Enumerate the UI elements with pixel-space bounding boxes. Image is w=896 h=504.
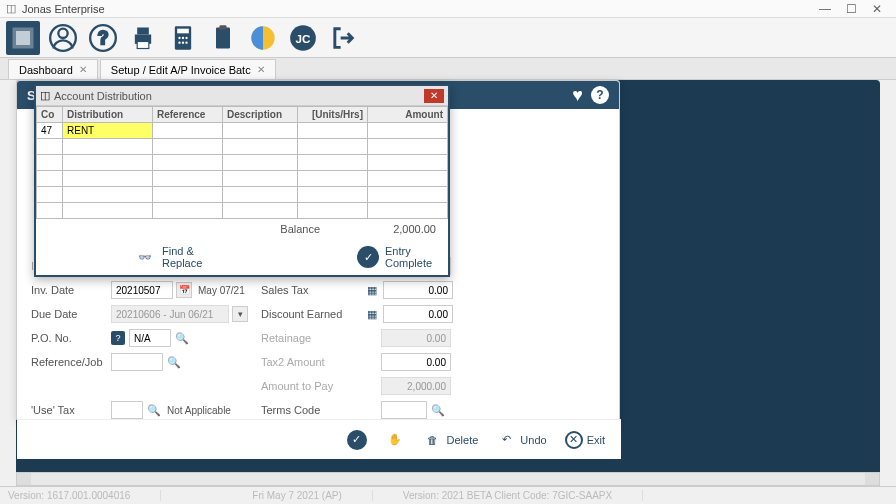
svg-point-16 [185, 41, 187, 43]
grid-row[interactable] [37, 203, 448, 219]
svg-point-2 [58, 28, 67, 37]
col-amount[interactable]: Amount [368, 107, 448, 123]
dialog-title: Account Distribution [54, 90, 152, 102]
tab-ap-invoice[interactable]: Setup / Edit A/P Invoice Batc ✕ [100, 59, 276, 79]
module-icon[interactable] [6, 21, 40, 55]
cell-dist[interactable]: RENT [63, 123, 153, 139]
grid-row[interactable] [37, 171, 448, 187]
col-dist[interactable]: Distribution [63, 107, 153, 123]
jc-icon[interactable]: JC [286, 21, 320, 55]
svg-rect-17 [216, 27, 230, 48]
svg-point-11 [178, 36, 180, 38]
use-tax-text: Not Applicable [167, 405, 231, 416]
grid-row[interactable]: 47 RENT [37, 123, 448, 139]
terms-input[interactable] [381, 401, 427, 419]
cell-co[interactable]: 47 [37, 123, 63, 139]
close-icon[interactable]: ✕ [79, 64, 87, 75]
balance-label: Balance [280, 223, 320, 235]
favorite-icon[interactable]: ♥ [572, 85, 583, 106]
dialog-close-icon[interactable]: ✕ [424, 89, 444, 103]
maximize-button[interactable]: ☐ [844, 2, 858, 16]
svg-rect-1 [16, 31, 30, 45]
lookup-icon[interactable]: 🔍 [167, 355, 181, 369]
tabstrip: Dashboard ✕ Setup / Edit A/P Invoice Bat… [0, 58, 896, 80]
retainage-input[interactable] [381, 329, 451, 347]
svg-text:JC: JC [296, 31, 311, 44]
tax2-label: Tax2 Amount [261, 356, 361, 368]
inv-date-label: Inv. Date [31, 284, 111, 296]
status-client: Version: 2021 BETA Client Code: 7GIC-SAA… [403, 490, 643, 501]
tab-label: Dashboard [19, 64, 73, 76]
svg-point-15 [182, 41, 184, 43]
horizontal-scrollbar[interactable] [16, 472, 880, 486]
svg-rect-18 [220, 25, 227, 30]
lookup-icon[interactable]: 🔍 [175, 331, 189, 345]
delete-button[interactable]: 🗑Delete [423, 430, 479, 450]
hand-button[interactable]: ✋ [385, 430, 405, 450]
exit-icon[interactable] [326, 21, 360, 55]
tab-dashboard[interactable]: Dashboard ✕ [8, 59, 98, 79]
grid-header: Co Distribution Reference Description [U… [37, 107, 448, 123]
po-no-input[interactable] [129, 329, 171, 347]
amount-to-pay-input[interactable] [381, 377, 451, 395]
tax2-input[interactable] [381, 353, 451, 371]
col-desc[interactable]: Description [223, 107, 298, 123]
grid-row[interactable] [37, 155, 448, 171]
action-bar: ✓ ✋ 🗑Delete ↶Undo ✕Exit [17, 419, 621, 459]
svg-text:?: ? [98, 27, 109, 47]
po-no-label: P.O. No. [31, 332, 111, 344]
due-date-label: Due Date [31, 308, 111, 320]
grid-icon[interactable]: ▦ [365, 307, 379, 321]
app-icon: ◫ [4, 2, 18, 16]
svg-rect-8 [137, 41, 149, 48]
exit-button[interactable]: ✕Exit [565, 431, 605, 449]
clipboard-icon[interactable] [206, 21, 240, 55]
reference-input[interactable] [111, 353, 163, 371]
account-distribution-dialog: ◫ Account Distribution ✕ Co Distribution… [34, 84, 450, 277]
balance-value: 2,000.00 [393, 223, 436, 235]
undo-button[interactable]: ↶Undo [496, 430, 546, 450]
grid-icon[interactable]: ▦ [365, 283, 379, 297]
user-icon[interactable] [46, 21, 80, 55]
close-button[interactable]: ✕ [870, 2, 884, 16]
print-icon[interactable] [126, 21, 160, 55]
close-icon[interactable]: ✕ [257, 64, 265, 75]
use-tax-input[interactable] [111, 401, 143, 419]
status-version: Version: 1617.001.0004016 [8, 490, 161, 501]
inv-date-input[interactable] [111, 281, 173, 299]
col-co[interactable]: Co [37, 107, 63, 123]
find-replace-button[interactable]: 👓 Find & Replace [134, 245, 212, 269]
po-help-icon[interactable]: ? [111, 331, 125, 345]
help-icon[interactable]: ? [591, 86, 609, 104]
minimize-button[interactable]: — [818, 2, 832, 16]
lookup-icon[interactable]: 🔍 [431, 403, 445, 417]
dropdown-icon[interactable]: ▾ [232, 306, 248, 322]
inv-date-text: May 07/21 [198, 285, 245, 296]
entry-complete-button[interactable]: ✓ Entry Complete [357, 245, 440, 269]
discount-input[interactable] [383, 305, 453, 323]
calculator-icon[interactable] [166, 21, 200, 55]
ok-button[interactable]: ✓ [347, 430, 367, 450]
svg-point-13 [185, 36, 187, 38]
globe-icon[interactable] [246, 21, 280, 55]
reference-label: Reference/Job [31, 356, 111, 368]
col-ref[interactable]: Reference [153, 107, 223, 123]
retainage-label: Retainage [261, 332, 361, 344]
main-toolbar: ? JC [0, 18, 896, 58]
svg-point-12 [182, 36, 184, 38]
dialog-header[interactable]: ◫ Account Distribution ✕ [36, 86, 448, 106]
help-icon[interactable]: ? [86, 21, 120, 55]
col-units[interactable]: [Units/Hrs] [298, 107, 368, 123]
sales-tax-label: Sales Tax [261, 284, 361, 296]
binoculars-icon: 👓 [134, 246, 156, 268]
amount-to-pay-label: Amount to Pay [261, 380, 361, 392]
distribution-grid[interactable]: Co Distribution Reference Description [U… [36, 106, 448, 219]
calendar-icon[interactable]: 📅 [176, 282, 192, 298]
tab-label: Setup / Edit A/P Invoice Batc [111, 64, 251, 76]
grid-row[interactable] [37, 187, 448, 203]
due-date-input[interactable] [111, 305, 229, 323]
check-icon: ✓ [357, 246, 379, 268]
grid-row[interactable] [37, 139, 448, 155]
sales-tax-input[interactable] [383, 281, 453, 299]
lookup-icon[interactable]: 🔍 [147, 403, 161, 417]
